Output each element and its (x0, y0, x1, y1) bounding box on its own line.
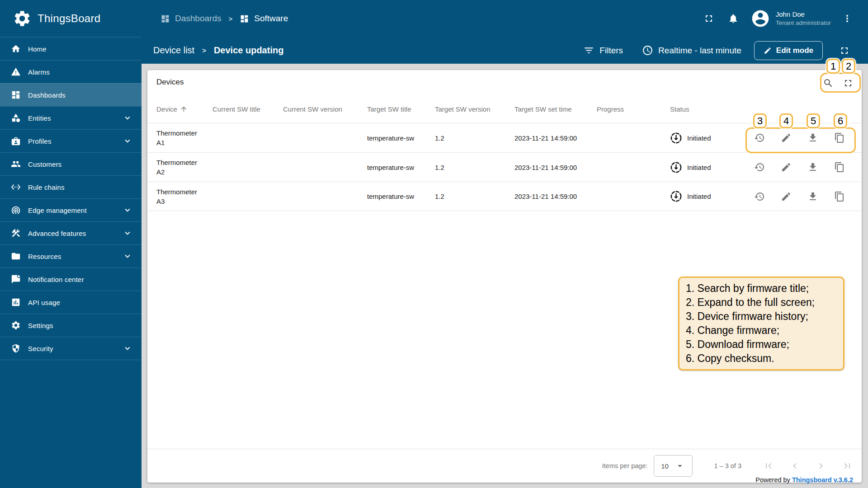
widget-fullscreen-button[interactable] (843, 78, 854, 89)
sidebar-item-rule-chains[interactable]: Rule chains (0, 175, 142, 198)
device-firmware-history-button[interactable] (754, 191, 765, 202)
sidebar-item-notification-center[interactable]: Notification center (0, 267, 142, 291)
dashboard-breadcrumb: Device list > Device updating (153, 45, 283, 56)
brand-name: ThingsBoard (38, 12, 100, 25)
notifications-button[interactable] (728, 13, 739, 24)
timewindow-button[interactable]: Realtime - last minute (642, 45, 741, 56)
entities-icon (11, 113, 21, 123)
column-header-current-sw-title[interactable]: Current SW title (212, 105, 283, 113)
fullscreen-icon (843, 78, 854, 89)
user-role: Tenant administrator (776, 19, 831, 27)
sidebar-item-label: Dashboards (28, 91, 66, 99)
state-device-list[interactable]: Device list (153, 45, 194, 56)
state-separator: > (202, 47, 206, 54)
cell-status: Initiated (670, 161, 746, 174)
cell-device: Thermometer A3 (156, 187, 212, 206)
row-actions (746, 191, 853, 202)
topbar-actions: John Doe Tenant administrator (703, 9, 853, 28)
history-icon (754, 132, 765, 143)
cell-target-sw-version: 1.2 (435, 134, 514, 142)
history-icon (754, 162, 765, 173)
edit-mode-button[interactable]: Edit mode (754, 41, 823, 60)
user-menu[interactable]: John Doe Tenant administrator (776, 10, 831, 27)
account-icon (750, 9, 770, 28)
chevron-down-icon (123, 205, 132, 215)
items-per-page-value: 10 (661, 462, 669, 470)
download-firmware-button[interactable] (807, 191, 818, 202)
change-firmware-button[interactable] (781, 162, 792, 173)
previous-page-button[interactable] (789, 460, 800, 471)
status-initiated-icon (670, 132, 682, 144)
sidebar-item-customers[interactable]: Customers (0, 152, 142, 175)
search-button[interactable] (823, 78, 834, 89)
copy-checksum-button[interactable] (834, 132, 845, 143)
change-firmware-button[interactable] (781, 132, 792, 143)
breadcrumb-software[interactable]: Software (240, 14, 288, 23)
column-header-target-sw-title[interactable]: Target SW title (367, 105, 435, 113)
edit-icon (781, 162, 792, 173)
chevron-down-icon (123, 136, 132, 146)
logo[interactable]: ThingsBoard (0, 0, 142, 37)
dashboard-icon (240, 14, 249, 23)
sidebar-item-entities[interactable]: Entities (0, 106, 142, 129)
column-header-target-sw-set-time[interactable]: Target SW set time (514, 105, 597, 113)
sidebar-item-resources[interactable]: Resources (0, 244, 142, 267)
breadcrumb: Dashboards > Software (160, 14, 288, 23)
sidebar-item-alarms[interactable]: Alarms (0, 60, 142, 83)
sidebar-item-edge-management[interactable]: Edge management (0, 198, 142, 221)
paginator: Items per page: 10 1 – 3 of 3 (147, 449, 862, 483)
device-firmware-history-button[interactable] (754, 162, 765, 173)
sidebar-item-api-usage[interactable]: API usage (0, 291, 142, 314)
download-icon (807, 191, 818, 202)
fullscreen-icon (839, 45, 850, 56)
more-menu-button[interactable] (842, 13, 853, 24)
account-icon (750, 9, 770, 28)
cell-status: Initiated (670, 190, 746, 202)
change-firmware-button[interactable] (781, 191, 792, 202)
device-firmware-history-button[interactable] (754, 132, 765, 143)
column-header-device[interactable]: Device (156, 105, 212, 113)
next-page-button[interactable] (816, 460, 826, 471)
last-page-icon (842, 460, 853, 471)
alarms-icon (11, 67, 21, 77)
column-header-target-sw-version[interactable]: Target SW version (435, 105, 514, 113)
column-header-status[interactable]: Status (670, 105, 746, 113)
download-firmware-button[interactable] (807, 162, 818, 173)
sidebar-item-home[interactable]: Home (0, 37, 142, 60)
widget-title: Devices (156, 78, 184, 87)
column-header-progress[interactable]: Progress (597, 105, 670, 113)
download-firmware-button[interactable] (807, 132, 818, 143)
sidebar-item-settings[interactable]: Settings (0, 314, 142, 337)
table-row[interactable]: Thermometer A1temperature-sw1.22023-11-2… (147, 123, 862, 152)
breadcrumb-dashboards[interactable]: Dashboards (160, 14, 221, 23)
copy-icon (834, 191, 845, 202)
copy-checksum-button[interactable] (834, 162, 845, 173)
items-per-page-select[interactable]: 10 (654, 455, 693, 477)
dashboards-icon (240, 14, 249, 23)
column-header-current-sw-version[interactable]: Current SW version (283, 105, 367, 113)
fullscreen-button[interactable] (703, 13, 714, 24)
sidebar-item-profiles[interactable]: Profiles (0, 129, 142, 152)
profiles-icon (11, 136, 21, 146)
sidebar-item-security[interactable]: Security (0, 337, 142, 360)
chevron-down-icon (123, 228, 132, 238)
avatar[interactable] (750, 9, 770, 28)
bell-icon (728, 13, 739, 24)
copy-checksum-button[interactable] (834, 191, 845, 202)
table-row[interactable]: Thermometer A3temperature-sw1.22023-11-2… (147, 182, 862, 211)
table-row[interactable]: Thermometer A2temperature-sw1.22023-11-2… (147, 152, 862, 182)
top-bar: Dashboards > Software John Doe Tenant ad… (142, 0, 868, 37)
drop-down-icon (675, 461, 685, 471)
edit-icon (764, 47, 772, 55)
thingsboard-version-link[interactable]: Thingsboard v.3.6.2 (792, 476, 853, 483)
dashboard-fullscreen-button[interactable] (839, 45, 850, 56)
sidebar-item-dashboards[interactable]: Dashboards (0, 83, 142, 106)
download-icon (807, 162, 818, 173)
row-actions (746, 132, 853, 143)
first-page-button[interactable] (763, 460, 774, 471)
widget-header: Devices (147, 70, 862, 95)
sidebar-nav: HomeAlarmsDashboardsEntitiesProfilesCust… (0, 37, 142, 360)
sidebar-item-advanced-features[interactable]: Advanced features (0, 221, 142, 244)
filters-button[interactable]: Filters (583, 45, 623, 56)
last-page-button[interactable] (842, 460, 853, 471)
